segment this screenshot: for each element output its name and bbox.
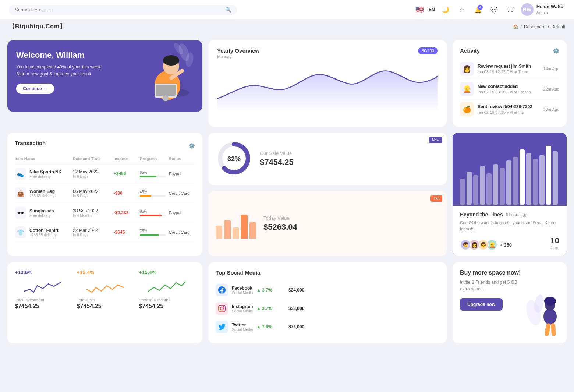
date-2: 28 Sep 2022 <box>73 208 114 213</box>
svg-rect-14 <box>467 172 472 205</box>
social-title: Top Social Media <box>216 269 439 276</box>
yearly-chart <box>217 62 438 110</box>
yearly-overview-card: Yearly Overview Monday 50/100 <box>208 40 447 127</box>
activity-settings-icon[interactable]: ⚙️ <box>553 48 559 54</box>
stat-label-0: Total Investment <box>15 298 44 302</box>
chat-icon[interactable]: 💬 <box>489 4 500 15</box>
svg-point-6 <box>163 95 169 101</box>
progress-bar-0 <box>140 176 166 177</box>
fb-type: Social Media <box>232 291 253 295</box>
activity-header: Activity ⚙️ <box>460 47 559 54</box>
user-profile[interactable]: HW Helen Walter Admin <box>521 3 565 16</box>
progress-bar-2 <box>140 215 166 216</box>
svg-rect-13 <box>460 179 465 205</box>
sparkline-0 <box>15 278 71 295</box>
today-value-card: Today Value $5263.04 Hot <box>208 191 447 256</box>
user-info: Helen Walter Admin <box>536 4 565 15</box>
item-icon-2: 🕶️ <box>15 207 26 219</box>
user-role: Admin <box>536 10 565 15</box>
date-sub-0: In 6 Days <box>73 174 114 179</box>
space-title: Buy more space now! <box>460 269 541 276</box>
bar-5 <box>249 222 256 239</box>
facebook-icon <box>216 284 228 296</box>
theme-toggle[interactable]: 🌙 <box>440 4 451 15</box>
breadcrumb-dashboard[interactable]: Dashboard <box>524 24 546 29</box>
col-item: Item Name <box>15 156 73 161</box>
notification-badge: 4 <box>478 5 483 10</box>
beyond-info: Beyond the Lines 6 hours ago One Of the … <box>453 206 567 256</box>
sale-value-card: 62% Our Sale Value $7454.25 New <box>208 133 447 185</box>
svg-rect-25 <box>539 155 545 205</box>
twitter-icon <box>216 321 228 333</box>
beyond-time: 6 hours ago <box>506 212 527 217</box>
income-3: -$645 <box>114 230 140 235</box>
svg-rect-31 <box>544 323 551 336</box>
social-row-fb: Facebook Social Media ▲ 3.7% $24,000 <box>216 281 439 299</box>
svg-rect-16 <box>480 166 485 205</box>
ig-type: Social Media <box>232 309 253 313</box>
transaction-card: Transaction ⚙️ Item Name Date and Time I… <box>7 133 202 256</box>
fb-amount: $24,000 <box>282 287 304 293</box>
bookmark-icon[interactable]: ☆ <box>456 4 467 15</box>
income-2: -$4,232 <box>114 210 140 215</box>
activity-item-3: 🍊 Sent review (504)236-7302 jan 02 19 07… <box>460 99 559 119</box>
beyond-bar-svg <box>457 138 562 205</box>
item-info-2: 🕶️ Sunglasses Free delivery <box>15 207 73 219</box>
svg-rect-23 <box>526 153 531 205</box>
search-bar[interactable]: 🔍 <box>9 5 237 15</box>
tw-pct: ▲ 7.6% <box>256 324 279 329</box>
status-2: Paypal <box>169 211 195 215</box>
activity-time-1: 14m Ago <box>543 67 559 71</box>
income-1: -$80 <box>114 191 140 196</box>
svg-rect-17 <box>486 173 492 205</box>
donut-chart: 62% <box>216 140 252 178</box>
stat-pct-2: +15.4% <box>139 269 156 275</box>
date-sub-3: In 8 Days <box>73 233 114 237</box>
activity-title-1: Review request jim Smith <box>478 64 540 69</box>
progress-label-2: 85% <box>140 209 169 213</box>
stat-pct-1: +15.4% <box>77 269 95 275</box>
stats-row: +13.6% Total Investment $7454.25 +15.4% … <box>0 262 574 349</box>
welcome-card: Welcome, William You have completed 40% … <box>7 40 202 112</box>
upgrade-button[interactable]: Upgrade now <box>460 298 503 311</box>
table-row: 👟 Nike Sports NK Free delivery 12 May 20… <box>15 164 195 184</box>
notification-icon[interactable]: 🔔 4 <box>472 4 483 15</box>
activity-time-3: 30m Ago <box>543 107 559 112</box>
svg-rect-26 <box>546 146 551 205</box>
bar-2 <box>224 220 231 239</box>
avatar: HW <box>521 3 534 16</box>
bar-4 <box>241 215 248 239</box>
user-name: Helen Walter <box>536 4 565 10</box>
fullscreen-icon[interactable]: ⛶ <box>505 4 516 15</box>
yearly-subtitle: Monday <box>217 54 259 59</box>
svg-rect-21 <box>513 157 518 205</box>
bar-3 <box>233 227 239 239</box>
bar-1 <box>216 226 222 239</box>
item-icon-0: 👟 <box>15 168 26 180</box>
breadcrumb-sep1: / <box>521 24 522 29</box>
continue-button[interactable]: Continue → <box>16 84 54 94</box>
breadcrumb: 🏠 / Dashboard / Default <box>513 24 565 29</box>
home-icon[interactable]: 🏠 <box>513 24 518 29</box>
table-header: Item Name Date and Time Income Progress … <box>15 155 195 164</box>
activity-card: Activity ⚙️ 👩 Review request jim Smith j… <box>453 40 567 127</box>
col-date: Date and Time <box>73 156 114 161</box>
activity-text-2: New contact added jan 02 19 03:10 PM at … <box>478 84 540 94</box>
stat-label-2: Profit in 6 months <box>139 298 170 302</box>
beyond-date-num: 10 <box>550 236 559 246</box>
search-input[interactable] <box>15 7 222 13</box>
svg-rect-24 <box>533 159 538 205</box>
buy-space-card: Buy more space now! Invite 2 Friends and… <box>453 262 567 343</box>
svg-rect-15 <box>473 175 478 205</box>
col-income: Income <box>114 156 140 161</box>
activity-title-3: Sent review (504)236-7302 <box>478 104 540 109</box>
item-name-1: Women Bag <box>29 189 55 194</box>
stats-card: +13.6% Total Investment $7454.25 +15.4% … <box>7 262 202 343</box>
nav-right: 🇺🇸 EN 🌙 ☆ 🔔 4 💬 ⛶ HW Helen Walter Admin <box>415 3 565 16</box>
transaction-settings-icon[interactable]: ⚙️ <box>189 143 195 149</box>
status-0: Paypal <box>169 172 195 176</box>
date-sub-1: In 5 Days <box>73 194 114 198</box>
sparkline-1 <box>77 278 133 295</box>
lang-label[interactable]: EN <box>429 7 435 12</box>
breadcrumb-sep2: / <box>548 24 549 29</box>
